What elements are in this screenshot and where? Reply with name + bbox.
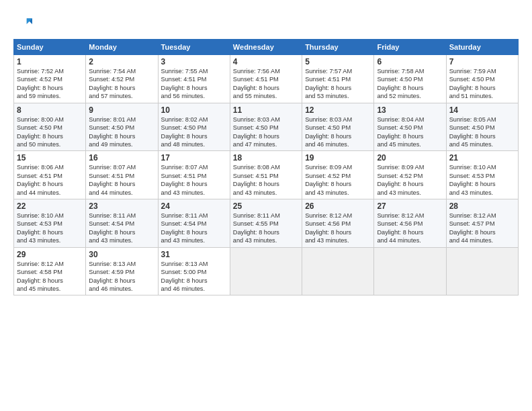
day-number: 13 [377,105,443,115]
day-number: 16 [89,153,154,163]
calendar-cell: 12Sunrise: 8:03 AM Sunset: 4:50 PM Dayli… [302,103,374,151]
calendar-header-row: SundayMondayTuesdayWednesdayThursdayFrid… [14,40,519,55]
calendar-cell: 28Sunrise: 8:12 AM Sunset: 4:57 PM Dayli… [446,199,518,248]
calendar-cell: 13Sunrise: 8:04 AM Sunset: 4:50 PM Dayli… [374,103,446,151]
day-info: Sunrise: 8:03 AM Sunset: 4:50 PM Dayligh… [305,116,371,149]
calendar-week-row: 29Sunrise: 8:12 AM Sunset: 4:58 PM Dayli… [14,247,519,295]
day-info: Sunrise: 8:11 AM Sunset: 4:55 PM Dayligh… [233,212,299,245]
day-number: 4 [233,57,299,66]
day-info: Sunrise: 7:52 AM Sunset: 4:52 PM Dayligh… [17,67,83,101]
day-info: Sunrise: 8:12 AM Sunset: 4:57 PM Dayligh… [449,212,515,245]
calendar-cell: 8Sunrise: 8:00 AM Sunset: 4:50 PM Daylig… [14,103,86,151]
day-number: 25 [233,201,299,211]
calendar-cell [374,247,446,295]
calendar-cell: 5Sunrise: 7:57 AM Sunset: 4:51 PM Daylig… [302,55,374,103]
day-number: 19 [305,153,371,163]
calendar-cell: 25Sunrise: 8:11 AM Sunset: 4:55 PM Dayli… [230,199,302,248]
calendar-cell: 31Sunrise: 8:13 AM Sunset: 5:00 PM Dayli… [158,247,230,295]
calendar-cell: 23Sunrise: 8:11 AM Sunset: 4:54 PM Dayli… [86,199,158,248]
calendar-cell: 4Sunrise: 7:56 AM Sunset: 4:51 PM Daylig… [230,55,302,103]
day-info: Sunrise: 8:01 AM Sunset: 4:50 PM Dayligh… [89,116,154,149]
day-info: Sunrise: 8:09 AM Sunset: 4:52 PM Dayligh… [305,163,371,197]
calendar-table: SundayMondayTuesdayWednesdayThursdayFrid… [13,39,519,295]
day-number: 18 [233,153,299,163]
day-number: 21 [449,153,515,163]
day-number: 10 [161,105,227,115]
calendar-header-wednesday: Wednesday [230,40,302,55]
calendar-cell: 21Sunrise: 8:10 AM Sunset: 4:53 PM Dayli… [446,151,518,199]
calendar-week-row: 22Sunrise: 8:10 AM Sunset: 4:53 PM Dayli… [14,199,519,248]
day-info: Sunrise: 7:57 AM Sunset: 4:51 PM Dayligh… [305,67,371,101]
calendar-cell: 3Sunrise: 7:55 AM Sunset: 4:51 PM Daylig… [158,55,230,103]
calendar-cell: 15Sunrise: 8:06 AM Sunset: 4:51 PM Dayli… [14,151,86,199]
day-number: 17 [161,153,227,163]
calendar-cell: 26Sunrise: 8:12 AM Sunset: 4:56 PM Dayli… [302,199,374,248]
day-info: Sunrise: 8:12 AM Sunset: 4:56 PM Dayligh… [377,212,443,245]
calendar-cell [230,247,302,295]
day-number: 12 [305,105,371,115]
calendar-cell: 30Sunrise: 8:13 AM Sunset: 4:59 PM Dayli… [86,247,158,295]
day-info: Sunrise: 7:55 AM Sunset: 4:51 PM Dayligh… [161,67,227,101]
day-info: Sunrise: 7:59 AM Sunset: 4:50 PM Dayligh… [449,67,515,101]
day-number: 6 [377,57,443,66]
day-info: Sunrise: 8:12 AM Sunset: 4:58 PM Dayligh… [17,260,83,293]
calendar-cell: 29Sunrise: 8:12 AM Sunset: 4:58 PM Dayli… [14,247,86,295]
logo [13,15,35,34]
day-number: 20 [377,153,443,163]
day-number: 27 [377,201,443,211]
calendar-cell: 6Sunrise: 7:58 AM Sunset: 4:50 PM Daylig… [374,55,446,103]
calendar-header-monday: Monday [86,40,158,55]
day-info: Sunrise: 8:07 AM Sunset: 4:51 PM Dayligh… [89,163,154,197]
calendar-cell [446,247,518,295]
day-info: Sunrise: 8:13 AM Sunset: 5:00 PM Dayligh… [161,260,227,293]
calendar-week-row: 15Sunrise: 8:06 AM Sunset: 4:51 PM Dayli… [14,151,519,199]
day-number: 9 [89,105,154,115]
calendar-header-friday: Friday [374,40,446,55]
day-number: 24 [161,201,227,211]
calendar-cell: 1Sunrise: 7:52 AM Sunset: 4:52 PM Daylig… [14,55,86,103]
day-info: Sunrise: 8:02 AM Sunset: 4:50 PM Dayligh… [161,116,227,149]
calendar-header-saturday: Saturday [446,40,518,55]
day-number: 28 [449,201,515,211]
day-info: Sunrise: 8:11 AM Sunset: 4:54 PM Dayligh… [89,212,154,245]
calendar-header-thursday: Thursday [302,40,374,55]
day-number: 31 [161,250,227,259]
logo-icon [13,15,32,34]
day-number: 1 [17,57,83,66]
day-number: 30 [89,250,154,259]
day-info: Sunrise: 8:12 AM Sunset: 4:56 PM Dayligh… [305,212,371,245]
calendar-cell: 9Sunrise: 8:01 AM Sunset: 4:50 PM Daylig… [86,103,158,151]
day-number: 15 [17,153,83,163]
day-info: Sunrise: 8:08 AM Sunset: 4:51 PM Dayligh… [233,163,299,197]
day-info: Sunrise: 8:10 AM Sunset: 4:53 PM Dayligh… [17,212,83,245]
day-number: 26 [305,201,371,211]
calendar-cell [302,247,374,295]
day-number: 22 [17,201,83,211]
day-info: Sunrise: 8:05 AM Sunset: 4:50 PM Dayligh… [449,116,515,149]
day-number: 7 [449,57,515,66]
day-info: Sunrise: 8:03 AM Sunset: 4:50 PM Dayligh… [233,116,299,149]
day-number: 8 [17,105,83,115]
day-number: 14 [449,105,515,115]
calendar-cell: 16Sunrise: 8:07 AM Sunset: 4:51 PM Dayli… [86,151,158,199]
day-number: 23 [89,201,154,211]
calendar-cell: 27Sunrise: 8:12 AM Sunset: 4:56 PM Dayli… [374,199,446,248]
day-info: Sunrise: 8:00 AM Sunset: 4:50 PM Dayligh… [17,116,83,149]
calendar-cell: 7Sunrise: 7:59 AM Sunset: 4:50 PM Daylig… [446,55,518,103]
day-info: Sunrise: 8:11 AM Sunset: 4:54 PM Dayligh… [161,212,227,245]
day-info: Sunrise: 7:58 AM Sunset: 4:50 PM Dayligh… [377,67,443,101]
header [13,12,519,34]
day-info: Sunrise: 8:06 AM Sunset: 4:51 PM Dayligh… [17,163,83,197]
day-info: Sunrise: 7:56 AM Sunset: 4:51 PM Dayligh… [233,67,299,101]
calendar-cell: 11Sunrise: 8:03 AM Sunset: 4:50 PM Dayli… [230,103,302,151]
calendar-week-row: 8Sunrise: 8:00 AM Sunset: 4:50 PM Daylig… [14,103,519,151]
calendar-cell: 2Sunrise: 7:54 AM Sunset: 4:52 PM Daylig… [86,55,158,103]
calendar-cell: 19Sunrise: 8:09 AM Sunset: 4:52 PM Dayli… [302,151,374,199]
calendar-week-row: 1Sunrise: 7:52 AM Sunset: 4:52 PM Daylig… [14,55,519,103]
calendar-cell: 17Sunrise: 8:07 AM Sunset: 4:51 PM Dayli… [158,151,230,199]
day-info: Sunrise: 7:54 AM Sunset: 4:52 PM Dayligh… [89,67,154,101]
page: SundayMondayTuesdayWednesdayThursdayFrid… [0,0,532,411]
calendar-header-tuesday: Tuesday [158,40,230,55]
day-info: Sunrise: 8:13 AM Sunset: 4:59 PM Dayligh… [89,260,154,293]
day-info: Sunrise: 8:07 AM Sunset: 4:51 PM Dayligh… [161,163,227,197]
